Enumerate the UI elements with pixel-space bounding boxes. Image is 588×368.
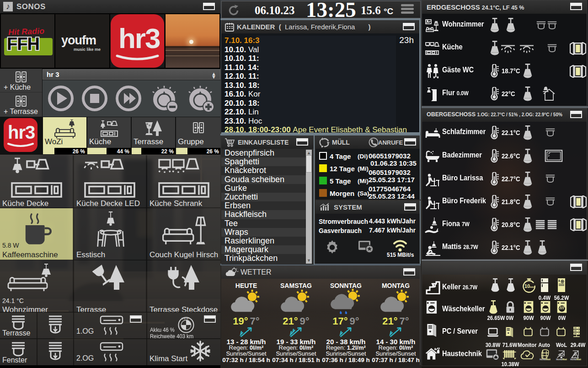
- svg-text:10: 10: [524, 283, 530, 289]
- svg-text:HomeMatic: HomeMatic: [556, 358, 567, 361]
- svg-text:HomeMatic: HomeMatic: [540, 358, 551, 361]
- svg-text:B M W: B M W: [182, 318, 188, 320]
- svg-text:HomeMatic: HomeMatic: [570, 358, 581, 361]
- svg-text:mins: mins: [530, 286, 535, 288]
